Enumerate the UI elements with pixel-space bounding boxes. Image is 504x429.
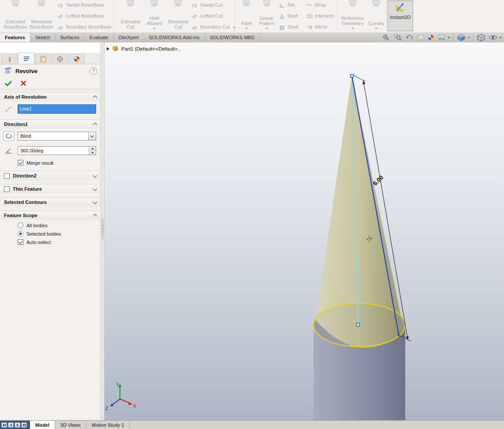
hole-wizard-button[interactable]: Hole Wizard	[144, 0, 165, 31]
tab-evaluate[interactable]: Evaluate	[85, 33, 114, 42]
next-tab-button[interactable]	[15, 422, 20, 428]
cancel-button[interactable]	[20, 80, 26, 86]
splitter-handle[interactable]	[101, 218, 104, 239]
zoom-to-fit-button[interactable]	[382, 34, 391, 41]
tab-propertymanager[interactable]	[18, 52, 34, 64]
apply-scene-button[interactable]	[438, 34, 446, 41]
tab-dimxpertmanager[interactable]	[52, 54, 68, 64]
lofted-cut-button[interactable]: Lofted Cut	[191, 12, 223, 21]
feature-tree-flyout[interactable]: Part1 (Default<<Default>...	[107, 45, 182, 52]
button-label: Reference	[342, 16, 364, 21]
prev-tab-button[interactable]	[8, 422, 14, 428]
intersect-button[interactable]: Intersect	[306, 12, 333, 21]
spin-up-button[interactable]	[89, 147, 96, 151]
display-style-button[interactable]	[477, 34, 485, 41]
direction2-checkbox[interactable]	[4, 173, 10, 179]
section-direction1[interactable]: Direction1	[0, 119, 101, 129]
revolved-cut-button[interactable]: Revolved Cut	[166, 0, 190, 31]
dropdown-caret-icon[interactable]	[153, 28, 156, 30]
boundary-boss-base-button[interactable]: Boundary Boss/Base	[57, 23, 112, 32]
manager-tab-strip	[0, 53, 101, 64]
all-bodies-option[interactable]: All bodies	[0, 220, 101, 229]
auto-select-checkbox[interactable]	[18, 239, 23, 245]
shell-button[interactable]: Shell	[279, 23, 298, 32]
end-condition-value: Blind	[18, 132, 88, 140]
reference-geometry-button[interactable]: Reference Geometry	[340, 0, 366, 31]
dropdown-caret-icon[interactable]	[448, 37, 450, 38]
axis-selection-box[interactable]: Line1	[18, 104, 96, 114]
fillet-button[interactable]: Fillet	[237, 0, 256, 31]
section-feature-scope[interactable]: Feature Scope	[0, 211, 101, 220]
selected-bodies-radio[interactable]	[18, 231, 23, 237]
all-bodies-radio[interactable]	[18, 222, 23, 228]
thin-feature-checkbox[interactable]	[4, 186, 10, 192]
graphics-viewport[interactable]: Part1 (Default<<Default>...	[105, 42, 504, 420]
dropdown-caret-icon[interactable]	[499, 37, 502, 38]
extruded-boss-base-button[interactable]: Extruded Boss/Base	[3, 0, 28, 31]
wrap-button[interactable]: Wrap	[306, 1, 326, 10]
end-condition-dropdown[interactable]: Blind	[18, 132, 96, 141]
tab-configurationmanager[interactable]	[35, 54, 51, 64]
ok-button[interactable]	[4, 80, 12, 86]
tab-solidworks-add-ins[interactable]: SOLIDWORKS Add-Ins	[144, 33, 205, 42]
mirror-button[interactable]: Mirror	[306, 23, 328, 32]
dropdown-caret-icon[interactable]	[467, 37, 470, 38]
zoom-to-area-button[interactable]	[394, 34, 402, 41]
revolve-direction-icon[interactable]	[4, 131, 14, 141]
revolved-boss-base-button[interactable]: Revolved Boss/Base	[28, 0, 55, 31]
selected-bodies-option[interactable]: Selected bodies	[0, 229, 101, 238]
expand-arrow-icon[interactable]	[107, 47, 109, 51]
hide-show-items-button[interactable]	[489, 34, 497, 41]
rib-button[interactable]: Rib	[279, 1, 295, 10]
vertex-handle-center[interactable]	[357, 323, 360, 326]
tab-displaymanager[interactable]	[68, 54, 85, 64]
panel-splitter[interactable]	[101, 42, 105, 420]
angle-input[interactable]: 360.00deg	[18, 146, 96, 155]
auto-select-option[interactable]: Auto-select	[0, 238, 101, 246]
draft-button[interactable]: Draft	[279, 12, 298, 21]
swept-cut-button[interactable]: Swept Cut	[191, 1, 223, 10]
swept-boss-icon	[57, 2, 64, 8]
section-view-button[interactable]	[416, 34, 424, 41]
spin-down-button[interactable]	[89, 151, 96, 155]
vertex-handle-apex[interactable]	[351, 74, 354, 78]
lofted-boss-base-button[interactable]: Lofted Boss/Base	[57, 12, 104, 21]
dropdown-caret-icon[interactable]	[265, 28, 268, 30]
tab-model[interactable]: Model	[30, 421, 55, 429]
merge-result-checkbox[interactable]	[18, 160, 23, 166]
appearances-button[interactable]	[427, 34, 435, 41]
section-label: Selected Contours	[4, 200, 47, 205]
dropdown-caret-icon[interactable]	[245, 28, 248, 30]
tab-surfaces[interactable]: Surfaces	[56, 33, 85, 42]
section-axis-of-revolution[interactable]: Axis of Revolution	[0, 92, 101, 101]
merge-result-option[interactable]: Merge result	[0, 157, 101, 167]
curves-button[interactable]: Curves	[367, 0, 385, 31]
dropdown-button[interactable]	[88, 132, 96, 140]
dropdown-caret-icon[interactable]	[351, 28, 354, 30]
swept-boss-base-button[interactable]: Swept Boss/Base	[57, 1, 104, 10]
tab-sketch[interactable]: Sketch	[30, 33, 56, 42]
part-tree-root-label[interactable]: Part1 (Default<<Default>...	[121, 46, 182, 52]
section-direction2[interactable]: Direction2	[0, 171, 101, 180]
instant3d-button[interactable]: Instant3D	[388, 0, 413, 31]
tab-dimxpert[interactable]: DimXpert	[114, 33, 144, 42]
tab-featuremanager[interactable]	[1, 54, 18, 64]
section-thin-feature[interactable]: Thin Feature	[0, 184, 101, 193]
tab-3d-views[interactable]: 3D Views	[55, 421, 86, 429]
previous-view-button[interactable]	[405, 34, 413, 41]
revolved-cut-icon	[172, 0, 184, 8]
button-label: Linear	[260, 16, 274, 21]
dropdown-caret-icon[interactable]	[375, 28, 377, 30]
last-tab-button[interactable]	[21, 422, 27, 428]
section-selected-contours[interactable]: Selected Contours	[0, 197, 101, 207]
graphics-scene[interactable]: 6.00 Y X Z	[105, 42, 504, 420]
view-orientation-button[interactable]	[457, 34, 466, 41]
linear-pattern-button[interactable]: Linear Pattern	[257, 0, 277, 31]
tab-motion-study-1[interactable]: Motion Study 1	[86, 421, 130, 429]
tab-solidworks-mbd[interactable]: SOLIDWORKS MBD	[205, 33, 260, 42]
first-tab-button[interactable]	[1, 422, 7, 428]
help-button[interactable]: ?	[90, 67, 97, 75]
boundary-cut-button[interactable]: Boundary Cut	[191, 23, 235, 32]
extruded-cut-button[interactable]: Extruded Cut	[118, 0, 143, 31]
tab-features[interactable]: Features	[0, 33, 30, 42]
